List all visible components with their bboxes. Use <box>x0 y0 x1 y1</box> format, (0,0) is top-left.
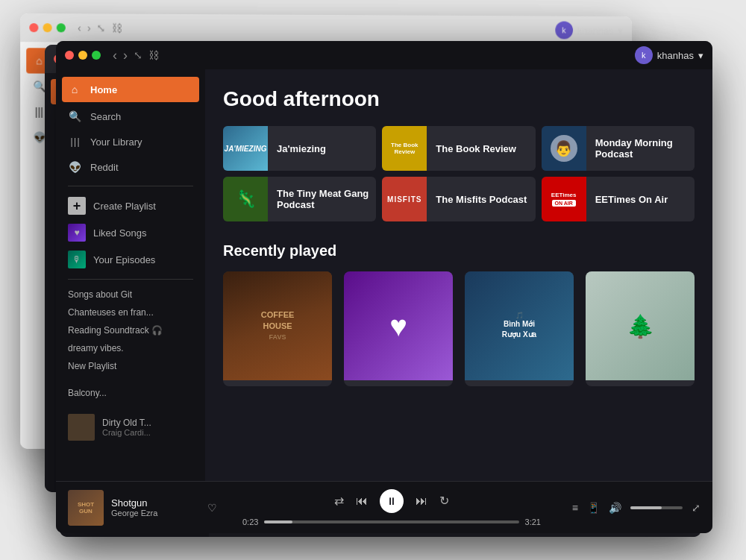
rec-coffeehouse[interactable]: COFFEEHOUSEFAVS <box>223 271 332 386</box>
card-eetimes-main[interactable]: EETimes ON AIR EETimes On Air <box>542 177 695 221</box>
reddit-icon-main: 👽 <box>68 160 81 174</box>
sidebar-divider-2-main <box>68 279 193 280</box>
titlebar-nav-1: ‹ › ⤡ ⛓ <box>78 22 122 34</box>
link-icon-1: ⛓ <box>112 22 122 34</box>
episodes-main[interactable]: 🎙 Your Episodes <box>56 246 205 273</box>
link-icon-main: ⛓ <box>148 49 159 61</box>
now-playing-bar: SHOTGUN Shotgun George Ezra ♡ ⇄ ⏮ ⏸ ⏭ ↻ … <box>56 481 712 533</box>
user-avatar-main: k <box>635 46 653 64</box>
np-text-info: Shotgun George Ezra <box>111 497 194 517</box>
card-img-eetimes-main: EETimes ON AIR <box>542 177 586 221</box>
card-label-eetimes-main: EETimes On Air <box>595 194 668 205</box>
dropdown-icon-main: ▾ <box>698 50 703 61</box>
app-layout-main: ⌂ Home 🔍 Search | | | Your Library 👽 Red… <box>56 69 712 481</box>
playlist-dirty-item[interactable]: Dirty Old T... Craig Cardi... <box>56 411 205 444</box>
sidebar-search-main[interactable]: 🔍 Search <box>56 104 205 129</box>
playlist-item-0[interactable]: Songs about Git <box>56 286 205 303</box>
rec-forest[interactable]: 🌲 <box>586 271 695 386</box>
search-icon-1: 🔍 <box>32 80 46 93</box>
card-img-misfits-main: MISFITS <box>382 177 427 221</box>
np-controls: ⇄ ⏮ ⏸ ⏭ ↻ 0:23 3:21 <box>229 489 554 526</box>
search-icon-main: 🔍 <box>68 110 81 123</box>
minimize-button-main[interactable] <box>78 51 87 60</box>
np-thumbnail: SHOTGUN <box>68 490 104 526</box>
fullscreen-button[interactable]: ⤢ <box>692 502 700 514</box>
playlist-item-6[interactable]: Balcony... <box>56 384 205 402</box>
card-tmg-main[interactable]: 🦎 The Tiny Meat Gang Podcast <box>223 177 376 221</box>
playlist-dirty-thumb <box>68 414 95 441</box>
playlist-item-2[interactable]: Reading Soundtrack 🎧 <box>56 321 205 339</box>
shuffle-button[interactable]: ⇄ <box>334 494 344 508</box>
np-time-current: 0:23 <box>242 517 258 526</box>
recently-played-title: Recently played <box>223 242 695 259</box>
np-artist-name: George Ezra <box>111 509 194 517</box>
close-button-main[interactable] <box>65 51 74 60</box>
window-controls-1 <box>29 23 66 32</box>
home-icon-main: ⌂ <box>68 83 81 96</box>
titlebar-main: ‹ › ⤡ ⛓ k khanhas ▾ <box>56 41 712 69</box>
episodes-icon-main: 🎙 <box>68 251 86 268</box>
playlist-item-1[interactable]: Chanteuses en fran... <box>56 303 205 321</box>
minimize-button-1[interactable] <box>43 23 52 32</box>
playlist-dirty-text: Dirty Old T... Craig Cardi... <box>102 418 151 437</box>
back-arrow-main[interactable]: ‹ <box>113 48 117 63</box>
sidebar-reddit-main[interactable]: 👽 Reddit <box>56 154 205 180</box>
maximize-button-main[interactable] <box>92 51 101 60</box>
heart-track-btn[interactable]: ♡ <box>207 502 217 514</box>
card-label-mmp-main: Monday Morning Podcast <box>595 137 695 160</box>
reddit-icon-1: 👽 <box>32 130 46 144</box>
greeting-main: Good afternoon <box>223 87 695 111</box>
user-avatar-1: k <box>555 22 573 40</box>
rec-img-coffeehouse: COFFEEHOUSEFAVS <box>223 271 332 380</box>
rec-binh[interactable]: 🎵 Bình MớiRượu Xưa <box>465 271 574 386</box>
card-misfits-main[interactable]: MISFITS The Misfits Podcast <box>382 177 535 221</box>
sidebar-divider-main <box>68 186 193 186</box>
np-progress-bar-container: 0:23 3:21 <box>242 517 541 526</box>
back-arrow-1[interactable]: ‹ <box>78 22 81 34</box>
rec-liked[interactable]: ♥ <box>344 271 453 386</box>
liked-songs-main[interactable]: ♥ Liked Songs <box>56 219 205 246</box>
rec-img-forest: 🌲 <box>586 271 695 380</box>
np-extra-controls: ≡ 📱 🔊 ⤢ <box>566 502 700 514</box>
play-pause-button[interactable]: ⏸ <box>380 489 404 513</box>
prev-button[interactable]: ⏮ <box>356 494 368 508</box>
sidebar-library-main[interactable]: | | | Your Library <box>56 129 205 154</box>
card-label-tmg-main: The Tiny Meat Gang Podcast <box>277 188 376 210</box>
close-button-1[interactable] <box>29 23 38 32</box>
card-img-book-main: The Book Review <box>382 126 427 171</box>
card-mmp-main[interactable]: 👨 Monday Morning Podcast <box>542 126 695 171</box>
card-book-main[interactable]: The Book Review The Book Review <box>382 126 535 171</box>
card-img-tmg-main: 🦎 <box>223 177 268 221</box>
np-control-buttons: ⇄ ⏮ ⏸ ⏭ ↻ <box>334 489 449 513</box>
forward-arrow-main[interactable]: › <box>123 48 128 63</box>
home-icon-1: ⌂ <box>32 54 46 67</box>
repeat-button[interactable]: ↻ <box>439 494 449 508</box>
dropdown-icon-1: ▾ <box>618 25 623 36</box>
np-time-total: 3:21 <box>525 517 541 526</box>
window-controls-main <box>65 51 101 60</box>
next-button[interactable]: ⏭ <box>416 494 427 508</box>
np-progress-fill <box>264 520 292 523</box>
queue-button[interactable]: ≡ <box>572 502 578 514</box>
playlist-item-3[interactable]: dreamy vibes. <box>56 339 205 357</box>
titlebar-nav-main: ‹ › ⤡ ⛓ <box>113 48 159 63</box>
device-button[interactable]: 📱 <box>587 502 600 514</box>
shrink-icon-main: ⤡ <box>134 49 142 61</box>
card-label-jamiezing-main: Ja'miezing <box>277 143 326 154</box>
playlist-item-4[interactable]: New Playlist <box>56 357 205 375</box>
user-menu-main[interactable]: k khanhas ▾ <box>635 46 703 64</box>
forward-arrow-1[interactable]: › <box>87 22 91 34</box>
maximize-button-1[interactable] <box>57 23 66 32</box>
card-label-misfits-main: The Misfits Podcast <box>436 194 527 205</box>
user-menu-1[interactable]: k khanhas ▾ <box>555 22 623 40</box>
liked-icon-main: ♥ <box>68 224 86 242</box>
sidebar-home-main[interactable]: ⌂ Home <box>62 77 199 102</box>
np-progress-bg[interactable] <box>264 520 518 523</box>
volume-slider[interactable] <box>630 506 683 509</box>
sidebar-playlist-list: Songs about Git Chanteuses en fran... Re… <box>56 286 205 475</box>
create-playlist-main[interactable]: + Create Playlist <box>56 192 205 219</box>
top-cards-grid: JA'MIEZING Ja'miezing The Book Review Th… <box>223 126 695 221</box>
card-img-jamiezing-main: JA'MIEZING <box>223 126 268 171</box>
card-jamiezing-main[interactable]: JA'MIEZING Ja'miezing <box>223 126 376 171</box>
create-icon-main: + <box>68 197 86 215</box>
